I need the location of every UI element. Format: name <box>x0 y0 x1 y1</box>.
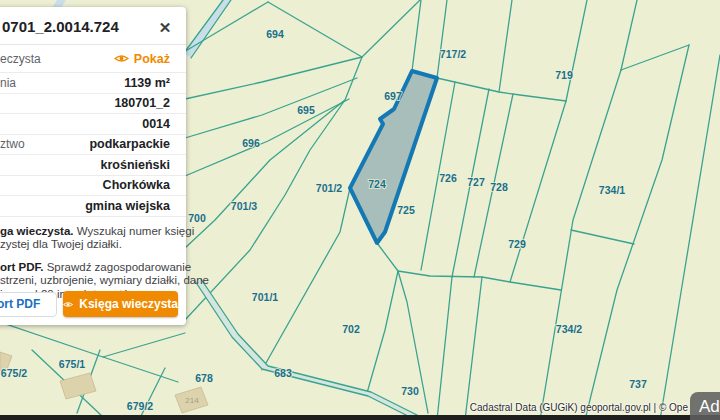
pokaz-label: Pokaż <box>134 52 170 66</box>
powiat-value: krośnieński <box>101 158 170 172</box>
parcel-label-214: 214 <box>185 396 199 405</box>
parcel-label-701/2: 701/2 <box>316 182 342 194</box>
row-obreb: 0014 <box>0 114 186 135</box>
parcel-label-695: 695 <box>297 104 315 116</box>
parcel-label-694: 694 <box>266 28 284 40</box>
parcel-label-696: 696 <box>242 137 260 149</box>
parcel-label-697: 697 <box>384 90 402 102</box>
wojewodztwo-value: podkarpackie <box>89 137 170 151</box>
parcel-info-panel: 0701_2.0014.724 ✕ eczysta Pokaż nia 1139… <box>0 7 186 325</box>
paragraph-line: ga wieczysta. Wyszukaj numer księgi <box>0 225 176 239</box>
parcel-label-729: 729 <box>508 238 526 250</box>
parcel-label-725: 725 <box>397 204 415 216</box>
row-label: eczysta <box>0 52 41 66</box>
raport-pdf-button[interactable]: aport PDF <box>0 292 57 317</box>
paragraph-line: zystej dla Twojej działki. <box>0 238 176 252</box>
row-teryt: 180701_2 <box>0 94 186 115</box>
eye-icon <box>63 299 73 310</box>
parcel-label-702: 702 <box>342 323 360 335</box>
row-label: nia <box>0 76 16 90</box>
parcel-label-730: 730 <box>401 385 419 397</box>
close-icon[interactable]: ✕ <box>156 19 174 37</box>
ksiega-wieczysta-button[interactable]: Księga wieczysta <box>63 291 178 317</box>
parcel-label-701/3: 701/3 <box>231 200 257 212</box>
parcel-label-701/1: 701/1 <box>252 291 278 303</box>
parcel-label-734/1: 734/1 <box>599 184 625 196</box>
kw-button-label: Księga wieczysta <box>79 297 178 311</box>
gmina-value: Chorkówka <box>103 178 170 192</box>
row-wojewodztwo: ztwo podkarpackie <box>0 135 186 156</box>
parcel-label-728: 728 <box>490 181 508 193</box>
parcel-label-726: 726 <box>439 172 457 184</box>
row-gmina: Chorkówka <box>0 176 186 197</box>
parcel-label-683: 683 <box>274 367 292 379</box>
parcel-label-727: 727 <box>467 176 485 188</box>
parcel-label-724: 724 <box>368 178 386 190</box>
row-ksiega-wieczysta: eczysta Pokaż <box>0 45 186 73</box>
paragraph-line: strzeni, uzbrojenie, wymiary działki, da… <box>0 274 176 288</box>
pokaz-link[interactable]: Pokaż <box>114 52 170 66</box>
parcel-label-675/2: 675/2 <box>1 367 27 379</box>
row-label: ztwo <box>0 137 25 151</box>
parcel-label-717/2: 717/2 <box>440 48 466 60</box>
area-value: 1139 m² <box>124 76 170 90</box>
parcel-label-678: 678 <box>195 372 213 384</box>
row-rodzaj-gminy: gmina wiejska <box>0 196 186 217</box>
parcel-label-719: 719 <box>555 69 573 81</box>
parcel-label-679/2: 679/2 <box>127 400 153 412</box>
rodzaj-gminy-value: gmina wiejska <box>85 199 170 213</box>
parcel-label-700: 700 <box>188 212 206 224</box>
obreb-value: 0014 <box>142 117 170 131</box>
panel-description: ga wieczysta. Wyszukaj numer księgi zyst… <box>0 217 186 302</box>
row-powiat: krośnieński <box>0 155 186 176</box>
parcel-label-734/2: 734/2 <box>556 323 582 335</box>
row-area: nia 1139 m² <box>0 73 186 94</box>
parcel-label-675/1: 675/1 <box>59 358 85 370</box>
parcel-label-737: 737 <box>629 378 647 390</box>
paragraph-line: ort PDF. Sprawdź zagospodarowanie <box>0 261 176 275</box>
bottom-bar <box>0 415 720 420</box>
teryt-value: 180701_2 <box>114 96 170 110</box>
map-attribution: Cadastral Data (GUGiK) geoportal.gov.pl … <box>470 402 688 413</box>
eye-icon <box>114 53 129 64</box>
adres-button[interactable]: Adres <box>690 392 720 420</box>
